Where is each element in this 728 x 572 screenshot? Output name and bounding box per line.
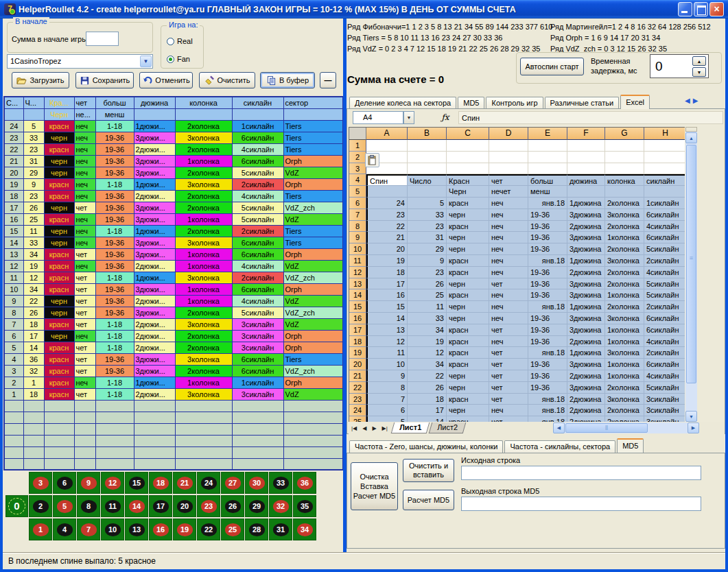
excel-cell-H2[interactable] [644,152,685,163]
excel-cell-B7[interactable]: 33 [408,209,447,221]
tab-scroll-left-icon[interactable]: ◀ [685,97,690,104]
excel-cell-F1[interactable] [567,140,605,152]
excel-cell-H20[interactable]: 6сиклайн [644,359,685,370]
sheet-tab-list2[interactable]: Лист2 [429,422,467,433]
excel-cell-E18[interactable]: 19-36 [528,336,567,348]
excel-cell-H23[interactable]: 3сиклайн [644,394,685,405]
roulette-zero-cell[interactable]: 0 [5,495,28,517]
start-sum-input[interactable] [86,32,119,46]
excel-cell-D4[interactable]: чет [489,174,528,186]
roulette-cell-26[interactable]: 26 [221,495,244,517]
close-button[interactable]: × [709,2,724,16]
excel-cell-G7[interactable]: 3колонка [605,209,644,221]
excel-cell-G20[interactable]: 1колонка [605,359,644,370]
excel-row-header-24[interactable]: 24 [349,405,366,416]
excel-cell-G4[interactable]: колонка [605,174,644,186]
sheet-nav-next-button[interactable]: ▶ [369,425,379,431]
excel-cell-F19[interactable]: 1дюжина [567,347,605,359]
excel-row-header-4[interactable]: 4 [349,174,366,186]
excel-cell-D23[interactable]: чет [489,394,528,405]
excel-col-header-F[interactable]: F [567,128,605,140]
excel-cell-C4[interactable]: Красн [447,174,489,186]
roulette-cell-27[interactable]: 27 [221,472,244,494]
excel-cell-B3[interactable] [408,163,447,175]
excel-cell-A19[interactable]: 11 [366,347,408,359]
formula-input[interactable]: Спин [458,111,723,124]
excel-row-header-1[interactable]: 1 [349,140,366,152]
excel-cell-H11[interactable]: 2сиклайн [644,255,685,267]
excel-cell-C11[interactable]: красн [447,255,489,267]
excel-row-header-19[interactable]: 19 [349,347,366,359]
excel-cell-H1[interactable] [644,140,685,152]
excel-cell-B17[interactable]: 34 [408,324,447,336]
excel-cell-C12[interactable]: красн [447,267,489,278]
excel-row-header-10[interactable]: 10 [349,243,366,255]
excel-cell-E3[interactable] [528,163,567,175]
roulette-cell-3[interactable]: 3 [29,472,52,494]
excel-cell-F12[interactable]: 2дюжина [567,267,605,278]
scroll-left-icon[interactable]: ◀ [553,422,565,433]
excel-cell-B21[interactable]: 22 [408,370,447,382]
excel-cell-E14[interactable]: 19-36 [528,289,567,301]
excel-cell-G23[interactable]: 3колонка [605,394,644,405]
excel-row-header-21[interactable]: 21 [349,370,366,382]
undo-button[interactable]: Отменить [139,72,193,88]
horizontal-scroll-thumb[interactable]: ⦀ [565,423,648,433]
excel-cell-B20[interactable]: 34 [408,359,447,370]
excel-cell-G22[interactable]: 2колонка [605,382,644,394]
excel-cell-A23[interactable]: 7 [366,394,408,405]
excel-cell-B25[interactable]: 14 [408,416,447,422]
excel-cell-C7[interactable]: черн [447,209,489,221]
sheet-nav-first-button[interactable]: |◀ [349,425,360,431]
excel-cell-B2[interactable] [408,152,447,163]
roulette-cell-18[interactable]: 18 [149,472,172,494]
excel-cell-A1[interactable] [366,140,408,152]
roulette-cell-32[interactable]: 32 [269,495,292,517]
md5-output-field[interactable] [461,497,701,511]
excel-cell-F17[interactable]: 3дюжина [567,324,605,336]
main-tab-0[interactable]: Деление колеса на сектора [349,97,456,109]
excel-cell-H24[interactable]: 3сиклайн [644,405,685,416]
cell-name-box[interactable]: A4 [353,111,403,124]
roulette-cell-25[interactable]: 25 [221,519,244,540]
spin-down-icon[interactable]: ▼ [692,67,706,77]
excel-cell-E15[interactable]: янв.18 [528,301,567,313]
excel-cell-A21[interactable]: 9 [366,370,408,382]
roulette-cell-23[interactable]: 23 [197,495,220,517]
main-tab-excel[interactable]: Excel [620,95,650,109]
roulette-cell-15[interactable]: 15 [125,472,148,494]
excel-cell-B1[interactable] [408,140,447,152]
excel-row-header-5[interactable]: 5 [349,186,366,198]
excel-cell-C23[interactable]: красн [447,394,489,405]
excel-cell-A14[interactable]: 16 [366,289,408,301]
excel-cell-F3[interactable] [567,163,605,175]
excel-cell-E6[interactable]: янв.18 [528,198,567,209]
excel-cell-B5[interactable] [408,186,447,198]
excel-cell-B9[interactable]: 31 [408,232,447,243]
excel-cell-A5[interactable] [366,186,408,198]
excel-row-header-13[interactable]: 13 [349,278,366,290]
excel-cell-D3[interactable] [489,163,528,175]
delay-spinbox[interactable]: 0 ▲ ▼ [650,54,709,78]
excel-col-header-G[interactable]: G [605,128,644,140]
roulette-cell-12[interactable]: 12 [101,472,124,494]
minimize-button[interactable] [678,2,692,16]
excel-cell-A9[interactable]: 21 [366,232,408,243]
excel-cell-F24[interactable]: 2дюжина [567,405,605,416]
excel-cell-G3[interactable] [605,163,644,175]
scroll-down-icon[interactable]: ▼ [685,411,697,422]
excel-col-header-C[interactable]: C [447,128,489,140]
excel-col-header-H[interactable]: H [644,128,685,140]
sheet-tab-list1[interactable]: Лист1 [390,422,430,433]
excel-row-header-17[interactable]: 17 [349,324,366,336]
chevron-down-icon[interactable]: ▼ [140,56,152,67]
horizontal-scrollbar[interactable]: ◀ ⦀ ▶ [553,422,699,433]
sheet-nav-prev-button[interactable]: ◀ [360,425,369,431]
excel-cell-C16[interactable]: черн [447,313,489,324]
excel-cell-C21[interactable]: черн [447,370,489,382]
excel-cell-E12[interactable]: 19-36 [528,267,567,278]
roulette-cell-1[interactable]: 1 [29,519,52,540]
excel-cell-H6[interactable]: 1сиклайн [644,198,685,209]
excel-cell-B23[interactable]: 18 [408,394,447,405]
excel-cell-C20[interactable]: красн [447,359,489,370]
